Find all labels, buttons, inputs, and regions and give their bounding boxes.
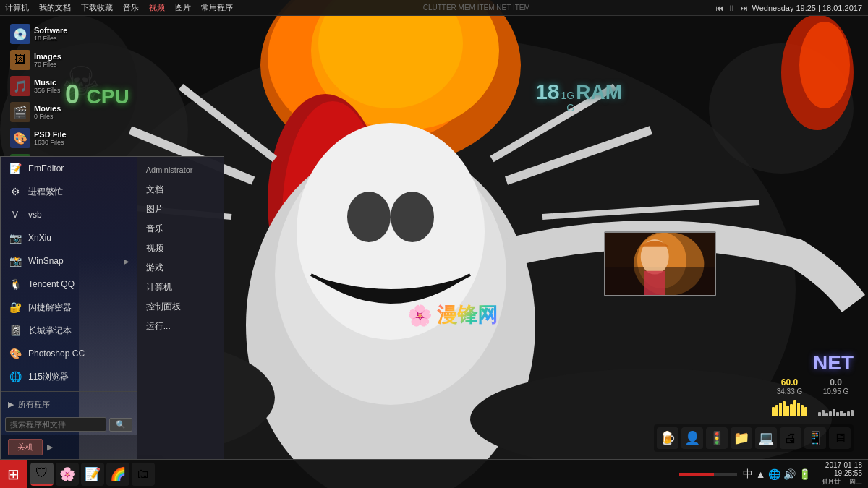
menu-vsb[interactable]: V vsb [1, 203, 137, 226]
power-arrow[interactable]: ▶ [47, 442, 53, 452]
start-button[interactable]: ⊞ [0, 460, 27, 489]
menu-emeditor[interactable]: 📝 EmEditor [1, 157, 137, 180]
media-pause[interactable]: ⏸ [728, 4, 736, 12]
menu-controlpanel[interactable]: 控制面板 [142, 297, 219, 317]
vsb-label: vsb [28, 210, 42, 220]
cpu-label: CPU [86, 85, 129, 108]
menu-qq[interactable]: 🐧 Tencent QQ [1, 273, 137, 296]
vsb-icon: V [8, 207, 22, 222]
115-icon: 🌐 [8, 369, 22, 384]
menu-games[interactable]: 游戏 [142, 258, 219, 278]
menu-mydocs[interactable]: 我的文档 [34, 1, 76, 14]
menu-documents[interactable]: 文档 [142, 180, 219, 200]
shelf-icon-0[interactable]: 🍺 [657, 427, 678, 449]
qq-icon: 🐧 [8, 277, 22, 291]
qq-label: Tencent QQ [28, 279, 75, 289]
taskbar-app-4[interactable]: 🗂 [132, 463, 155, 486]
menu-run[interactable]: 运行... [142, 317, 219, 336]
shelf-icon-4[interactable]: 💻 [755, 427, 777, 449]
clock-time: 19:25:55 [834, 469, 862, 477]
datetime-display: Wednesday 19:25 | 18.01.2017 [752, 4, 863, 12]
shelf-icon-6[interactable]: 📱 [804, 427, 826, 449]
taskbar-app-3[interactable]: 🌈 [106, 463, 129, 486]
search-button[interactable]: 🔍 [109, 418, 132, 432]
sys-tray: 中 ▲ 🌐 🔊 🔋 [743, 468, 812, 481]
menu-sep-1 [1, 391, 137, 392]
menu-left-panel: 📝 EmEditor ⚙ 进程繁忙 V vsb 📷 XnXiu 📸 W [1, 157, 137, 459]
music-icon: 🎵 [10, 76, 30, 96]
taskbar-bottom: ⊞ 🛡 🌸 📝 🌈 🗂 中 ▲ 🌐 🔊 🔋 2017-01-18 19: [0, 459, 868, 488]
menu-images[interactable]: 图片 [170, 1, 196, 14]
menu-search-bar[interactable]: 🔍 [1, 414, 137, 435]
icon-software[interactable]: 💿 Software 18 Files [6, 22, 77, 46]
tray-volume[interactable]: 🔊 [783, 468, 796, 480]
photoshop-icon: 🎨 [8, 346, 22, 361]
shelf-icon-1[interactable]: 👤 [681, 427, 703, 449]
photoshop-label: Photoshop CC [28, 348, 85, 359]
menu-right-panel: Administrator 文档 图片 音乐 视频 游戏 计算机 控制面板 运行… [137, 157, 224, 459]
tray-lang[interactable]: 中 [743, 468, 753, 481]
menu-notes[interactable]: 📓 长城掌记本 [1, 319, 137, 342]
menu-pictures[interactable]: 图片 [142, 200, 219, 219]
menu-photoshop[interactable]: 🎨 Photoshop CC [1, 342, 137, 365]
process-label: 进程繁忙 [28, 186, 63, 198]
psd-label: PSD File [34, 130, 67, 139]
media-thumbnail[interactable] [604, 231, 716, 296]
menu-winsnap[interactable]: 📸 WinSnap ▶ [1, 249, 137, 273]
taskbar-app-1[interactable]: 🌸 [56, 463, 79, 486]
menu-video-right[interactable]: 视频 [142, 239, 219, 258]
svg-rect-33 [644, 271, 665, 296]
ram-unit-top: 1G [561, 90, 575, 102]
notes-icon: 📓 [8, 323, 22, 338]
net-label: NET [813, 351, 854, 374]
shelf-icon-3[interactable]: 📁 [731, 427, 752, 449]
menu-music[interactable]: 音乐 [118, 1, 144, 14]
menu-downloads[interactable]: 下载收藏 [76, 1, 118, 14]
taskbar-top: 计算机 我的文档 下载收藏 音乐 视频 图片 常用程序 CLUTTER MEM … [0, 0, 868, 16]
menu-user: Administrator [142, 163, 219, 177]
winsnap-arrow: ▶ [124, 257, 129, 265]
menu-computer-right[interactable]: 计算机 [142, 278, 219, 297]
tray-network[interactable]: 🌐 [768, 468, 780, 480]
decrypt-icon: 🔐 [8, 300, 22, 314]
images-icon: 🖼 [10, 50, 30, 70]
menu-video[interactable]: 视频 [144, 1, 170, 14]
net-upload-sub: 34.33 G [777, 388, 803, 395]
media-prev[interactable]: ⏮ [715, 4, 723, 12]
movies-label: Movies [34, 104, 61, 113]
115-label: 115浏览器 [28, 371, 69, 383]
menu-music-right[interactable]: 音乐 [142, 219, 219, 239]
menu-decrypt[interactable]: 🔐 闪捷解密器 [1, 296, 137, 319]
menu-computer[interactable]: 计算机 [0, 1, 34, 14]
icon-images[interactable]: 🖼 Images 70 Files [6, 48, 77, 72]
menu-process[interactable]: ⚙ 进程繁忙 [1, 180, 137, 203]
menu-115[interactable]: 🌐 115浏览器 [1, 365, 137, 388]
shelf-icon-2[interactable]: 🚦 [706, 427, 728, 449]
menu-xnxiu[interactable]: 📷 XnXiu [1, 226, 137, 249]
all-programs[interactable]: ▶ 所有程序 [1, 395, 137, 414]
ram-unit-bot: G [561, 102, 575, 114]
shelf-icon-5[interactable]: 🖨 [780, 427, 801, 449]
cpu-value: 0 [65, 80, 80, 109]
net-download-bars [818, 398, 854, 416]
images-label: Images [34, 52, 61, 61]
winsnap-icon: 📸 [8, 254, 22, 268]
xnxiu-label: XnXiu [28, 233, 51, 243]
net-upload-val: 60.0 [781, 377, 798, 388]
search-input[interactable] [5, 417, 106, 432]
notes-label: 长城掌记本 [28, 325, 72, 337]
tray-arrow[interactable]: ▲ [756, 468, 766, 480]
taskbar-app-2[interactable]: 📝 [81, 463, 104, 486]
media-next[interactable]: ⏭ [740, 4, 748, 12]
tray-battery[interactable]: 🔋 [799, 468, 811, 480]
shelf-icon-7[interactable]: 🖥 [829, 427, 851, 449]
watermark: 🌸 漫锋网 [407, 301, 498, 329]
clock-date: 2017-01-18 [825, 461, 862, 469]
svg-point-22 [799, 22, 850, 108]
arrow-icon: ▶ [8, 400, 14, 409]
svg-point-13 [347, 192, 391, 242]
menu-common[interactable]: 常用程序 [196, 1, 238, 14]
icon-psd[interactable]: 🎨 PSD File 1630 Files [6, 126, 77, 150]
shutdown-button[interactable]: 关机 [8, 439, 43, 455]
taskbar-app-0[interactable]: 🛡 [30, 463, 54, 486]
